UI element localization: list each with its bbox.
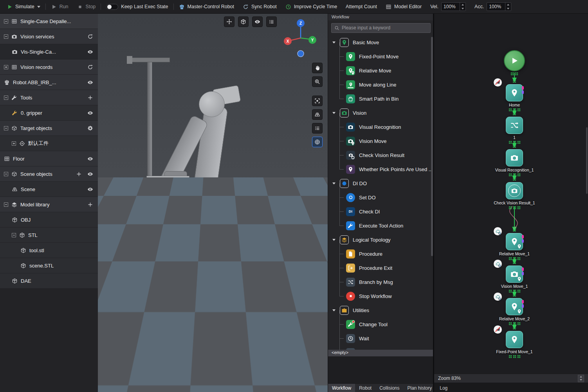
scene-list-button[interactable]	[312, 123, 323, 134]
add-icon[interactable]	[87, 95, 93, 101]
panel-splitter[interactable]	[433, 14, 434, 392]
workflow-item-check-di[interactable]: DI Check DI	[328, 204, 434, 219]
keep-last-exec-toggle[interactable]: Keep Last Exec State	[102, 0, 172, 13]
sidebar-item-tools[interactable]: Tools	[0, 90, 98, 105]
sidebar-collapse-handle[interactable]	[99, 190, 103, 209]
workflow-group-di-do[interactable]: DI DO	[328, 176, 434, 190]
workflow-item-wait[interactable]: Wait	[328, 331, 434, 345]
sidebar-item-stl[interactable]: STL	[0, 228, 98, 243]
workflow-search[interactable]	[331, 23, 431, 33]
collapse-toggle[interactable]	[4, 202, 8, 207]
master-control-robot-button[interactable]: Master-Control Robot	[175, 0, 239, 13]
visibility-button[interactable]	[252, 16, 263, 27]
collapse-toggle[interactable]	[4, 96, 8, 100]
tab-collisions[interactable]: Collisions	[375, 384, 403, 392]
vel-up-button[interactable]	[460, 3, 465, 7]
collapse-toggle[interactable]	[12, 233, 16, 237]
graph-node-relative-move-2[interactable]: Relative Move_2	[485, 298, 544, 325]
caret-down-icon[interactable]	[332, 308, 336, 312]
3d-viewport[interactable]: Z X Y ?	[98, 14, 328, 392]
model-editor-button[interactable]: Model Editor	[381, 0, 426, 13]
improve-cycle-time-button[interactable]: Improve Cycle Time	[281, 0, 341, 13]
help-button[interactable]: ?	[312, 378, 323, 388]
collapse-toggle[interactable]	[4, 172, 8, 176]
velocity-input[interactable]	[442, 3, 460, 11]
workflow-item-procedure-exit[interactable]: Procedure Exit	[328, 261, 434, 275]
sidebar-item-dae[interactable]: DAE	[0, 273, 98, 289]
message-monitor-button[interactable]	[104, 379, 113, 388]
caret-down-icon[interactable]	[332, 181, 336, 185]
run-button[interactable]: Run	[47, 0, 73, 13]
eye-icon[interactable]	[87, 49, 93, 55]
workflow-group-vision[interactable]: Vision	[328, 106, 434, 120]
graph-node-visual-recognition-1[interactable]: Visual Recognition_1	[485, 149, 544, 176]
acc-up-button[interactable]	[505, 3, 511, 7]
gear-icon[interactable]	[87, 125, 93, 131]
ground-view-button[interactable]	[312, 109, 323, 120]
workflow-item-stop-workflow[interactable]: Stop Workflow	[328, 289, 434, 303]
eye-icon[interactable]	[87, 110, 93, 116]
tab-log[interactable]: Log	[436, 384, 451, 392]
sidebar-item-scene-stl[interactable]: scene.STL	[0, 258, 98, 273]
workflow-group-logical-topology[interactable]: Logical Topology	[328, 233, 434, 247]
graph-node-relative-move-1[interactable]: Relative Move_1	[485, 233, 544, 260]
workflow-item-execute-tool-action[interactable]: Execute Tool Action	[328, 219, 434, 233]
sidebar-item-scene-objects[interactable]: Scene objects	[0, 166, 98, 182]
chevron-down-icon[interactable]	[37, 6, 40, 8]
workflow-item-relative-move[interactable]: Relative Move	[328, 63, 434, 78]
workflow-item-set-do[interactable]: Set DO	[328, 190, 434, 204]
acc-down-button[interactable]	[505, 7, 511, 11]
sidebar-item-obj[interactable]: OBJ	[0, 212, 98, 228]
sidebar-item-vis-single-case[interactable]: Vis-Single-Ca...	[0, 44, 98, 60]
fit-view-button[interactable]	[312, 96, 323, 106]
workflow-item-fixed-point-move[interactable]: Fixed-Point Move	[328, 49, 434, 63]
perspective-toggle-button[interactable]	[312, 137, 323, 147]
simulate-button[interactable]: Simulate	[2, 0, 45, 13]
orientation-gizmo[interactable]: Z X Y	[281, 18, 320, 59]
expand-toggle[interactable]	[12, 141, 16, 146]
sidebar-item-gripper[interactable]: 0. gripper	[0, 105, 98, 121]
attempt-count-button[interactable]: Attempt Count	[341, 0, 381, 13]
display-list-button[interactable]	[266, 16, 277, 27]
workflow-item-change-tool[interactable]: Change Tool	[328, 317, 434, 331]
sidebar-item-default-workpiece[interactable]: 默认工件	[0, 136, 98, 151]
toggle-switch[interactable]	[106, 4, 118, 10]
add-icon[interactable]	[87, 202, 93, 208]
workflow-item-procedure[interactable]: Procedure	[328, 247, 434, 261]
caret-down-icon[interactable]	[332, 40, 336, 44]
workflow-group-utilities[interactable]: Utilities	[328, 303, 434, 317]
sidebar-item-tool-stl[interactable]: tool.stl	[0, 243, 98, 258]
caret-down-icon[interactable]	[332, 111, 336, 115]
caret-down-icon[interactable]	[332, 238, 336, 242]
graph-node-branch-1[interactable]: 1	[485, 117, 544, 144]
tab-robot[interactable]: Robot	[355, 384, 375, 392]
workflow-group-basic-move[interactable]: Basic Move	[328, 35, 434, 49]
model-view-button[interactable]	[238, 16, 249, 27]
refresh-icon[interactable]	[87, 34, 93, 40]
scroll-stepper[interactable]	[578, 375, 584, 382]
workflow-graph-canvas[interactable]: Home 1 Visual Recognition_1 Check Vision…	[434, 14, 588, 392]
collapse-toggle[interactable]	[4, 34, 8, 39]
expand-toggle[interactable]	[4, 65, 8, 69]
velocity-spinner[interactable]	[441, 2, 466, 11]
acceleration-input[interactable]	[487, 3, 505, 11]
workflow-item-vision-move[interactable]: Vision Move	[328, 134, 434, 148]
collapse-toggle[interactable]	[4, 126, 8, 130]
graph-scrollbar[interactable]	[586, 127, 588, 194]
workflow-item-visual-recognition[interactable]: Visual Recognition	[328, 120, 434, 134]
graph-node-vision-move-1[interactable]: Vision Move_1	[485, 266, 544, 293]
vel-down-button[interactable]	[460, 7, 465, 11]
stop-button[interactable]: Stop	[73, 0, 100, 13]
sync-robot-button[interactable]: Sync Robot	[238, 0, 281, 13]
workflow-item-check-vision-result[interactable]: Check Vision Result	[328, 148, 434, 162]
sidebar-item-vision-records[interactable]: Vision records	[0, 60, 98, 75]
graph-node-fixed-point-move-1[interactable]: Fixed-Point Move_1	[485, 331, 544, 358]
sidebar-item-scene[interactable]: Scene	[0, 182, 98, 197]
sidebar-item-vision-services[interactable]: Vision services	[0, 29, 98, 44]
workflow-item-move-along-line[interactable]: Move along Line	[328, 78, 434, 92]
refresh-icon[interactable]	[87, 64, 93, 70]
transform-tool-button[interactable]	[224, 16, 234, 27]
sidebar-item-model-library[interactable]: Model library	[0, 197, 98, 212]
workflow-item-counter[interactable]: Counter	[328, 345, 434, 350]
eye-icon[interactable]	[87, 156, 93, 162]
